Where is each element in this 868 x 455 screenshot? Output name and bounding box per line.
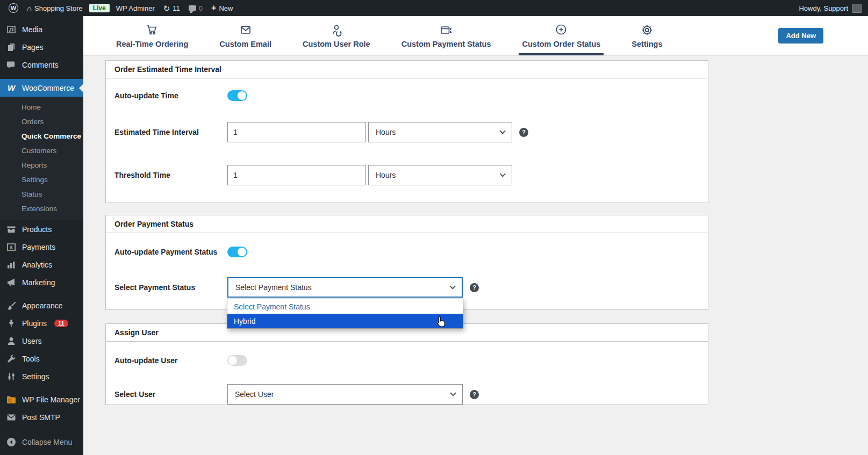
payment-status-icon [439, 23, 453, 37]
submenu-item-orders[interactable]: Orders [0, 114, 83, 129]
wordpress-logo-icon: W [9, 3, 18, 13]
comments-count: 0 [199, 4, 203, 12]
submenu-item-quick-commerce[interactable]: Quick Commerce [0, 129, 83, 143]
submenu-item-home[interactable]: Home [0, 100, 83, 114]
auto-update-time-toggle[interactable] [227, 90, 247, 101]
help-icon[interactable]: ? [470, 390, 479, 399]
folder-icon [6, 394, 17, 405]
analytics-icon [6, 259, 17, 270]
selected-payment-status: Select Payment Status [235, 283, 312, 292]
sidebar-item-post-smtp[interactable]: Post SMTP [0, 408, 83, 426]
sidebar-item-products[interactable]: Products [0, 220, 83, 238]
cart-icon [145, 23, 159, 37]
payment-status-select[interactable]: Select Payment Status [227, 277, 463, 298]
site-menu[interactable]: ⌂ Shopping Store [23, 0, 87, 16]
sidebar-item-plugins[interactable]: Plugins 11 [0, 314, 83, 332]
pages-icon [6, 42, 17, 53]
products-icon [6, 224, 17, 235]
section-order-payment-status: Order Payment Status Auto-update Payment… [105, 215, 708, 310]
sidebar-label: WooCommerce [22, 84, 74, 92]
sidebar-item-wp-file-manager[interactable]: WP File Manager [0, 391, 83, 408]
section-title: Order Estimated Time Interval [106, 61, 708, 78]
settings-content: Order Estimated Time Interval Auto-updat… [83, 56, 868, 455]
estimated-time-interval-label: Estimated Time Interval [114, 128, 227, 136]
submenu-item-customers[interactable]: Customers [0, 143, 83, 158]
threshold-time-label: Threshold Time [114, 171, 227, 179]
select-user-label: Select User [114, 390, 227, 399]
tab-label: Real-Time Ordering [116, 40, 188, 48]
threshold-time-unit-select[interactable]: Hours [368, 165, 512, 185]
selected-unit: Hours [376, 171, 396, 179]
add-new-button[interactable]: Add New [778, 28, 823, 44]
media-icon [6, 24, 17, 35]
wordpress-logo-menu[interactable]: W [4, 0, 23, 16]
help-icon[interactable]: ? [470, 283, 479, 292]
tab-custom-email[interactable]: Custom Email [216, 16, 275, 55]
appearance-brush-icon [6, 300, 17, 311]
dropdown-option-hybrid[interactable]: Hybrid [227, 314, 463, 328]
estimated-time-interval-input[interactable] [227, 122, 366, 142]
tab-real-time-ordering[interactable]: Real-Time Ordering [113, 16, 191, 55]
collapse-menu-button[interactable]: Collapse Menu [0, 433, 83, 451]
users-icon [6, 336, 17, 346]
sidebar-item-users[interactable]: Users [0, 332, 83, 350]
dropdown-option-select-payment-status[interactable]: Select Payment Status [227, 299, 463, 314]
help-icon[interactable]: ? [519, 128, 528, 137]
sidebar-item-marketing[interactable]: Marketing [0, 273, 83, 291]
auto-update-user-toggle[interactable] [227, 355, 247, 366]
plugin-tab-bar: Real-Time Ordering Custom Email Custom U… [83, 16, 868, 56]
howdy-account-menu[interactable]: Howdy, Support [799, 4, 848, 12]
plus-circle-icon [554, 23, 568, 37]
tab-custom-user-role[interactable]: Custom User Role [299, 16, 374, 55]
auto-update-payment-status-toggle[interactable] [227, 247, 247, 257]
submenu-item-status[interactable]: Status [0, 187, 83, 201]
submenu-item-extensions[interactable]: Extensions [0, 201, 83, 216]
new-content-menu[interactable]: + New [207, 0, 237, 16]
submenu-item-reports[interactable]: Reports [0, 158, 83, 172]
sidebar-item-appearance[interactable]: Appearance [0, 297, 83, 314]
sidebar-item-media[interactable]: Media [0, 20, 83, 38]
plugins-count-badge: 11 [54, 320, 68, 327]
sidebar-item-comments[interactable]: Comments [0, 56, 83, 74]
chevron-down-icon [449, 283, 456, 290]
user-select[interactable]: Select User [227, 384, 463, 405]
updates-menu[interactable]: ↻ 11 [159, 0, 184, 16]
selected-unit: Hours [376, 128, 396, 136]
svg-text:W: W [8, 83, 16, 92]
tab-custom-order-status[interactable]: Custom Order Status [519, 16, 604, 55]
main-area: Real-Time Ordering Custom Email Custom U… [83, 16, 868, 455]
wp-adminer-label: WP Adminer [116, 4, 155, 12]
sidebar-label: Settings [22, 372, 49, 381]
avatar[interactable] [852, 4, 862, 13]
updates-icon: ↻ [163, 4, 170, 12]
comments-bubble-icon [6, 60, 17, 70]
threshold-time-input[interactable] [227, 165, 366, 185]
sidebar-item-tools[interactable]: Tools [0, 350, 83, 367]
plus-icon: + [211, 4, 216, 12]
sidebar-item-analytics[interactable]: Analytics [0, 256, 83, 273]
tab-label: Custom Payment Status [401, 40, 491, 48]
sidebar-item-settings[interactable]: Settings [0, 367, 83, 385]
estimated-time-unit-select[interactable]: Hours [368, 122, 512, 142]
sidebar-label: Collapse Menu [22, 438, 72, 446]
submenu-item-settings[interactable]: Settings [0, 172, 83, 187]
chevron-down-icon [499, 171, 506, 177]
tab-settings[interactable]: Settings [628, 16, 665, 55]
sidebar-label: Payments [22, 243, 55, 251]
section-title: Order Payment Status [106, 215, 708, 233]
wp-adminer-menu[interactable]: WP Adminer [112, 0, 159, 16]
updates-count: 11 [173, 4, 180, 12]
sidebar-label: Marketing [22, 278, 55, 287]
plugins-icon [6, 318, 17, 329]
tab-label: Settings [632, 40, 662, 48]
sidebar-label: Products [22, 225, 52, 234]
comments-menu[interactable]: 0 [184, 0, 207, 16]
payment-status-dropdown-list: Select Payment Status Hybrid [227, 299, 463, 329]
sidebar-item-payments[interactable]: $ Payments [0, 238, 83, 256]
gear-icon [640, 23, 654, 37]
tab-custom-payment-status[interactable]: Custom Payment Status [398, 16, 494, 55]
svg-text:$: $ [10, 244, 13, 250]
sidebar-item-woocommerce[interactable]: W WooCommerce [0, 79, 83, 97]
sidebar-item-pages[interactable]: Pages [0, 38, 83, 56]
selected-user: Select User [235, 390, 274, 399]
